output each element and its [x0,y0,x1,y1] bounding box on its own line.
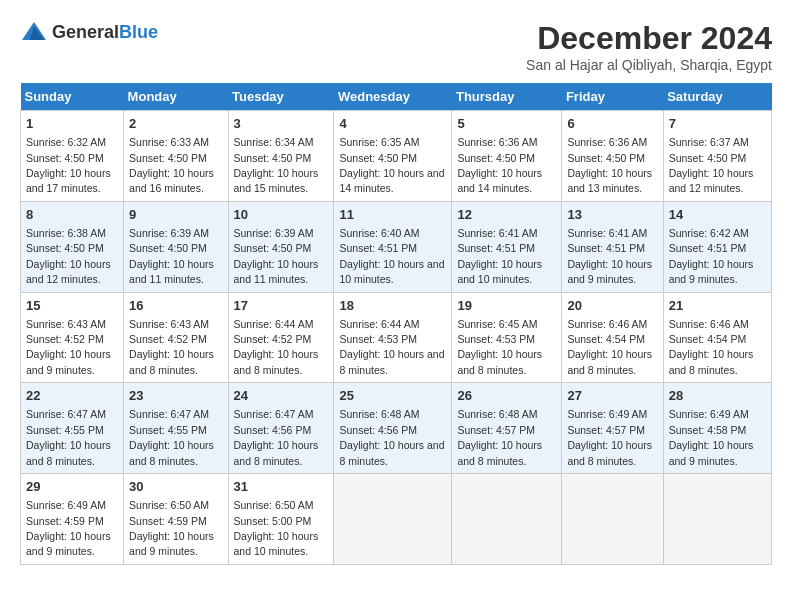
day-cell: 12Sunrise: 6:41 AMSunset: 4:51 PMDayligh… [452,201,562,292]
header-wednesday: Wednesday [334,83,452,111]
day-number: 25 [339,387,446,405]
day-info: Sunrise: 6:35 AMSunset: 4:50 PMDaylight:… [339,136,444,194]
day-cell: 13Sunrise: 6:41 AMSunset: 4:51 PMDayligh… [562,201,663,292]
day-info: Sunrise: 6:50 AMSunset: 5:00 PMDaylight:… [234,499,319,557]
header-sunday: Sunday [21,83,124,111]
day-info: Sunrise: 6:50 AMSunset: 4:59 PMDaylight:… [129,499,214,557]
day-cell: 15Sunrise: 6:43 AMSunset: 4:52 PMDayligh… [21,292,124,383]
day-number: 13 [567,206,657,224]
day-cell: 11Sunrise: 6:40 AMSunset: 4:51 PMDayligh… [334,201,452,292]
day-cell: 3Sunrise: 6:34 AMSunset: 4:50 PMDaylight… [228,111,334,202]
day-cell: 27Sunrise: 6:49 AMSunset: 4:57 PMDayligh… [562,383,663,474]
day-info: Sunrise: 6:46 AMSunset: 4:54 PMDaylight:… [669,318,754,376]
header-saturday: Saturday [663,83,771,111]
logo-icon [20,20,48,44]
day-cell: 31Sunrise: 6:50 AMSunset: 5:00 PMDayligh… [228,474,334,565]
day-info: Sunrise: 6:33 AMSunset: 4:50 PMDaylight:… [129,136,214,194]
day-cell: 4Sunrise: 6:35 AMSunset: 4:50 PMDaylight… [334,111,452,202]
calendar-header-row: SundayMondayTuesdayWednesdayThursdayFrid… [21,83,772,111]
day-info: Sunrise: 6:46 AMSunset: 4:54 PMDaylight:… [567,318,652,376]
day-number: 22 [26,387,118,405]
day-cell: 25Sunrise: 6:48 AMSunset: 4:56 PMDayligh… [334,383,452,474]
day-cell: 2Sunrise: 6:33 AMSunset: 4:50 PMDaylight… [124,111,228,202]
day-number: 15 [26,297,118,315]
day-info: Sunrise: 6:44 AMSunset: 4:53 PMDaylight:… [339,318,444,376]
day-number: 7 [669,115,766,133]
day-info: Sunrise: 6:36 AMSunset: 4:50 PMDaylight:… [567,136,652,194]
header-monday: Monday [124,83,228,111]
calendar-table: SundayMondayTuesdayWednesdayThursdayFrid… [20,83,772,565]
header: GeneralBlue December 2024 San al Hajar a… [20,20,772,73]
day-number: 5 [457,115,556,133]
day-info: Sunrise: 6:41 AMSunset: 4:51 PMDaylight:… [457,227,542,285]
day-info: Sunrise: 6:43 AMSunset: 4:52 PMDaylight:… [129,318,214,376]
day-number: 31 [234,478,329,496]
day-cell [663,474,771,565]
day-info: Sunrise: 6:49 AMSunset: 4:59 PMDaylight:… [26,499,111,557]
day-cell: 26Sunrise: 6:48 AMSunset: 4:57 PMDayligh… [452,383,562,474]
day-info: Sunrise: 6:40 AMSunset: 4:51 PMDaylight:… [339,227,444,285]
day-number: 6 [567,115,657,133]
day-number: 21 [669,297,766,315]
day-cell: 5Sunrise: 6:36 AMSunset: 4:50 PMDaylight… [452,111,562,202]
day-info: Sunrise: 6:47 AMSunset: 4:56 PMDaylight:… [234,408,319,466]
day-number: 27 [567,387,657,405]
day-info: Sunrise: 6:34 AMSunset: 4:50 PMDaylight:… [234,136,319,194]
day-number: 11 [339,206,446,224]
day-number: 19 [457,297,556,315]
day-number: 12 [457,206,556,224]
day-cell: 17Sunrise: 6:44 AMSunset: 4:52 PMDayligh… [228,292,334,383]
day-number: 18 [339,297,446,315]
day-info: Sunrise: 6:49 AMSunset: 4:58 PMDaylight:… [669,408,754,466]
day-cell: 24Sunrise: 6:47 AMSunset: 4:56 PMDayligh… [228,383,334,474]
day-cell: 19Sunrise: 6:45 AMSunset: 4:53 PMDayligh… [452,292,562,383]
day-info: Sunrise: 6:39 AMSunset: 4:50 PMDaylight:… [129,227,214,285]
main-title: December 2024 [526,20,772,57]
day-info: Sunrise: 6:47 AMSunset: 4:55 PMDaylight:… [129,408,214,466]
day-cell [334,474,452,565]
day-cell: 6Sunrise: 6:36 AMSunset: 4:50 PMDaylight… [562,111,663,202]
day-info: Sunrise: 6:47 AMSunset: 4:55 PMDaylight:… [26,408,111,466]
day-cell: 1Sunrise: 6:32 AMSunset: 4:50 PMDaylight… [21,111,124,202]
day-info: Sunrise: 6:41 AMSunset: 4:51 PMDaylight:… [567,227,652,285]
day-cell: 30Sunrise: 6:50 AMSunset: 4:59 PMDayligh… [124,474,228,565]
day-cell: 16Sunrise: 6:43 AMSunset: 4:52 PMDayligh… [124,292,228,383]
day-number: 8 [26,206,118,224]
day-number: 28 [669,387,766,405]
day-cell: 7Sunrise: 6:37 AMSunset: 4:50 PMDaylight… [663,111,771,202]
day-number: 23 [129,387,222,405]
day-cell: 8Sunrise: 6:38 AMSunset: 4:50 PMDaylight… [21,201,124,292]
day-cell: 9Sunrise: 6:39 AMSunset: 4:50 PMDaylight… [124,201,228,292]
day-info: Sunrise: 6:32 AMSunset: 4:50 PMDaylight:… [26,136,111,194]
day-number: 29 [26,478,118,496]
day-info: Sunrise: 6:37 AMSunset: 4:50 PMDaylight:… [669,136,754,194]
week-row-1: 1Sunrise: 6:32 AMSunset: 4:50 PMDaylight… [21,111,772,202]
week-row-3: 15Sunrise: 6:43 AMSunset: 4:52 PMDayligh… [21,292,772,383]
day-number: 14 [669,206,766,224]
logo-blue: Blue [119,22,158,42]
day-number: 24 [234,387,329,405]
day-number: 4 [339,115,446,133]
day-info: Sunrise: 6:43 AMSunset: 4:52 PMDaylight:… [26,318,111,376]
day-number: 3 [234,115,329,133]
day-cell: 14Sunrise: 6:42 AMSunset: 4:51 PMDayligh… [663,201,771,292]
title-area: December 2024 San al Hajar al Qibliyah, … [526,20,772,73]
logo: GeneralBlue [20,20,158,44]
week-row-2: 8Sunrise: 6:38 AMSunset: 4:50 PMDaylight… [21,201,772,292]
subtitle: San al Hajar al Qibliyah, Sharqia, Egypt [526,57,772,73]
day-info: Sunrise: 6:49 AMSunset: 4:57 PMDaylight:… [567,408,652,466]
day-number: 17 [234,297,329,315]
day-number: 30 [129,478,222,496]
logo-general: General [52,22,119,42]
day-cell: 29Sunrise: 6:49 AMSunset: 4:59 PMDayligh… [21,474,124,565]
day-info: Sunrise: 6:44 AMSunset: 4:52 PMDaylight:… [234,318,319,376]
week-row-5: 29Sunrise: 6:49 AMSunset: 4:59 PMDayligh… [21,474,772,565]
day-number: 2 [129,115,222,133]
day-cell: 10Sunrise: 6:39 AMSunset: 4:50 PMDayligh… [228,201,334,292]
day-cell: 22Sunrise: 6:47 AMSunset: 4:55 PMDayligh… [21,383,124,474]
day-cell: 18Sunrise: 6:44 AMSunset: 4:53 PMDayligh… [334,292,452,383]
header-friday: Friday [562,83,663,111]
day-number: 26 [457,387,556,405]
day-number: 16 [129,297,222,315]
day-number: 1 [26,115,118,133]
